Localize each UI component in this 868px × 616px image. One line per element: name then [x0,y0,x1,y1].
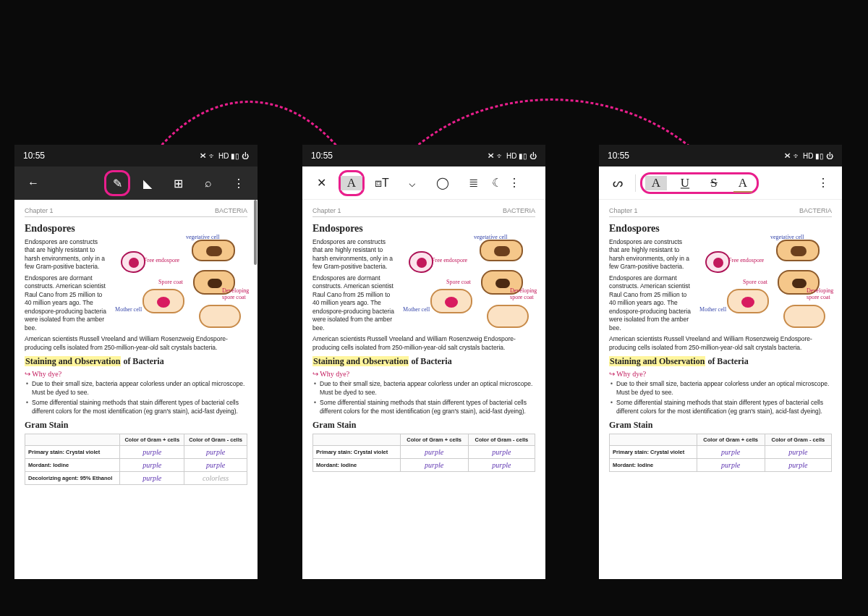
para-1: Endospores are constructs that are highl… [609,238,694,271]
document-view[interactable]: Chapter 1 BACTERIA Endospores Endospores… [14,200,258,579]
textbox-button[interactable]: ⧈T [369,170,395,196]
endospore-diagram: vegetative cell Free endospore Spore coa… [401,238,535,332]
document-view[interactable]: Chapter 1 BACTERIA Endospores Endospores… [599,200,842,579]
handwritten-why: ↪ Why dye? [25,370,247,378]
search-button[interactable]: ⌕ [195,170,221,196]
divider [635,174,636,192]
eraser-button[interactable]: ⌵ [399,170,425,196]
chapter-label: Chapter 1 [609,207,638,214]
bullet-1: Due to their small size, bacteria appear… [320,380,535,397]
freehand-button[interactable]: ᔕ [605,170,631,196]
back-button[interactable]: ← [20,170,46,196]
heading-staining: Staining and Observation of Bacteria [312,356,535,367]
para-3: American scientists Russell Vreeland and… [25,335,247,352]
heading-endospores: Endospores [609,223,832,235]
text-highlight-button[interactable]: A [339,170,365,196]
status-time: 10:55 [608,151,629,161]
more-button[interactable]: ⋮ [226,170,252,196]
status-icons: ✕ ᯤ HD ▮▯ ⏻ [200,152,249,160]
label-vegetative: vegetative cell [186,234,219,240]
gram-table: Color of Gram + cellsColor of Gram - cel… [312,434,535,472]
gram-table: Color of Gram + cellsColor of Gram - cel… [25,434,247,485]
label-sporecoat: Spore coat [158,279,183,285]
para-1: Endospores are constructs that are highl… [312,238,397,271]
note-button[interactable]: ≣ [460,170,486,196]
screen-3: 10:55 ✕ ᯤ HD ▮▯ ⏻ ᔕ A U S A ⋮ Chapter 1 … [599,145,842,579]
para-2: Endospores are dormant constructs. Ameri… [25,274,109,332]
more-button[interactable]: ⋮ [810,170,836,196]
status-time: 10:55 [311,151,333,161]
status-icons: ✕ ᯤ HD ▮▯ ⏻ [784,152,833,160]
annotate-toolbar: ✕ A ⧈T ⌵ ◯ ≣ ☾ ⋮ [302,166,545,200]
status-time: 10:55 [23,151,45,161]
subject-label: BACTERIA [215,207,247,214]
bullet-2: Some differential staining methods that … [320,399,535,415]
heading-gram: Gram Stain [25,420,247,431]
dark-mode-button[interactable]: ☾ [490,170,503,196]
document-view[interactable]: Chapter 1 BACTERIA Endospores Endospores… [302,200,545,579]
heading-gram: Gram Stain [312,420,535,431]
underline-style-button[interactable]: U [674,176,696,190]
lasso-button[interactable]: ◯ [430,170,456,196]
screen-1: 10:55 ✕ ᯤ HD ▮▯ ⏻ ← ✎ ◣ ⊞ ⌕ ⋮ Chapter 1 … [14,145,258,579]
status-bar: 10:55 ✕ ᯤ HD ▮▯ ⏻ [599,145,842,166]
handwritten-why: ↪ Why dye? [609,370,832,378]
bullet-1: Due to their small size, bacteria appear… [32,380,247,397]
annotate-button[interactable]: ✎ [104,170,130,196]
heading-staining: Staining and Observation of Bacteria [25,356,247,367]
para-2: Endospores are dormant constructs. Ameri… [609,274,694,332]
para-3: American scientists Russell Vreeland and… [312,335,535,352]
heading-staining: Staining and Observation of Bacteria [609,356,832,367]
text-style-group: A U S A [640,172,759,194]
text-style-toolbar: ᔕ A U S A ⋮ [599,166,842,200]
heading-endospores: Endospores [25,223,247,235]
bullet-1: Due to their small size, bacteria appear… [616,380,832,397]
heading-gram: Gram Stain [609,420,832,431]
bullet-2: Some differential staining methods that … [616,399,832,415]
label-mother: Mother cell [115,306,142,313]
highlight-style-button[interactable]: A [645,176,667,190]
status-icons: ✕ ᯤ HD ▮▯ ⏻ [488,152,537,160]
squiggle-style-button[interactable]: A [732,176,754,190]
more-button[interactable]: ⋮ [508,170,521,196]
screen-2: 10:55 ✕ ᯤ HD ▮▯ ⏻ ✕ A ⧈T ⌵ ◯ ≣ ☾ ⋮ Chapt… [302,145,545,579]
grid-button[interactable]: ⊞ [165,170,191,196]
shape-button[interactable]: ◣ [135,170,161,196]
label-developing: Developing spore coat [222,287,258,300]
para-2: Endospores are dormant constructs. Ameri… [312,274,397,332]
para-1: Endospores are constructs that are highl… [25,238,109,271]
gram-table: Color of Gram + cellsColor of Gram - cel… [609,434,832,472]
heading-endospores: Endospores [312,223,535,235]
subject-label: BACTERIA [503,207,535,214]
status-bar: 10:55 ✕ ᯤ HD ▮▯ ⏻ [302,145,545,166]
chapter-label: Chapter 1 [312,207,341,214]
label-free: Free endospore [144,257,179,263]
main-toolbar: ← ✎ ◣ ⊞ ⌕ ⋮ [14,166,258,200]
status-bar: 10:55 ✕ ᯤ HD ▮▯ ⏻ [14,145,258,166]
chapter-label: Chapter 1 [25,207,54,214]
endospore-diagram: vegetative cell Free endospore Spore coa… [698,238,832,332]
para-3: American scientists Russell Vreeland and… [609,335,832,352]
endospore-diagram: vegetative cell Free endospore Spore coa… [114,238,247,332]
handwritten-why: ↪ Why dye? [312,370,535,378]
strikethrough-style-button[interactable]: S [703,176,725,190]
close-button[interactable]: ✕ [308,170,334,196]
subject-label: BACTERIA [799,207,832,214]
bullet-2: Some differential staining methods that … [32,399,247,415]
